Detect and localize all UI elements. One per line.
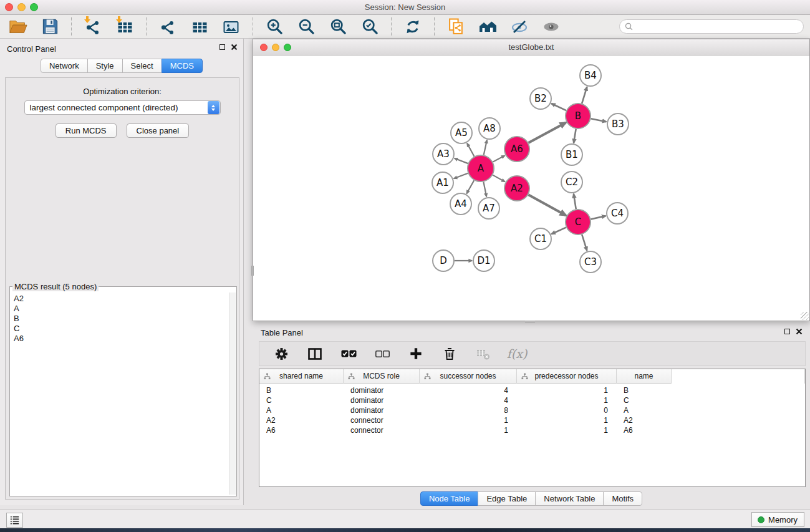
- result-item[interactable]: A: [11, 304, 228, 314]
- export-image-button[interactable]: [221, 17, 242, 37]
- table-cell[interactable]: 1: [517, 395, 617, 405]
- graph-edge-C-C1[interactable]: [551, 228, 566, 235]
- table-cell[interactable]: dominator: [344, 395, 420, 405]
- graph-edge-B-B3[interactable]: [591, 118, 607, 122]
- tab-mcds[interactable]: MCDS: [162, 59, 203, 73]
- result-item[interactable]: B: [11, 314, 228, 324]
- graph-edge-A2-C[interactable]: [528, 195, 566, 215]
- table-cell[interactable]: 1: [517, 385, 617, 395]
- table-cell[interactable]: 0: [517, 405, 617, 415]
- graph-edge-A-A2[interactable]: [493, 175, 504, 182]
- table-row[interactable]: Bdominator41B: [259, 385, 805, 395]
- task-history-button[interactable]: [6, 513, 23, 528]
- column-header[interactable]: MCDS role: [344, 369, 420, 384]
- table-cell[interactable]: A6: [259, 425, 344, 435]
- table-row[interactable]: A6connector11A6: [259, 425, 805, 435]
- table-cell[interactable]: 8: [420, 405, 517, 415]
- tab-network[interactable]: Network: [41, 59, 88, 73]
- tab-network-table[interactable]: Network Table: [535, 491, 604, 506]
- tab-node-table[interactable]: Node Table: [420, 491, 479, 506]
- zoom-fit-button[interactable]: [327, 17, 349, 37]
- run-mcds-button[interactable]: Run MCDS: [55, 123, 117, 138]
- table-cell[interactable]: A: [617, 405, 672, 415]
- float-panel-icon[interactable]: [784, 329, 790, 334]
- first-neighbors-button[interactable]: [445, 17, 466, 37]
- table-cell[interactable]: A: [259, 405, 344, 415]
- hide-selected-button[interactable]: [509, 17, 530, 37]
- table-cell[interactable]: C: [617, 395, 672, 405]
- table-cell[interactable]: B: [259, 385, 344, 395]
- result-item[interactable]: C: [11, 324, 228, 334]
- graph-edge-A-A4[interactable]: [466, 180, 474, 193]
- table-cell[interactable]: dominator: [344, 405, 420, 415]
- splitter-handle-vertical[interactable]: [251, 266, 254, 276]
- table-row[interactable]: Cdominator41C: [259, 395, 805, 405]
- graph-edge-A-A6[interactable]: [493, 155, 504, 162]
- table-settings-button[interactable]: [272, 345, 290, 362]
- table-cell[interactable]: 1: [517, 425, 617, 435]
- column-header[interactable]: successor nodes: [420, 369, 517, 384]
- search-input[interactable]: [633, 22, 803, 31]
- criterion-dropdown[interactable]: largest connected component (directed): [24, 100, 221, 115]
- table-row[interactable]: Adominator80A: [259, 405, 805, 415]
- graph-edge-A-A8[interactable]: [484, 140, 487, 155]
- table-cell[interactable]: C: [259, 395, 344, 405]
- graph-edge-B-B2[interactable]: [551, 104, 566, 110]
- create-column-button[interactable]: [407, 345, 425, 362]
- refresh-view-button[interactable]: [402, 17, 423, 37]
- graph-edge-A-A3[interactable]: [455, 158, 468, 163]
- table-cell[interactable]: connector: [344, 415, 420, 425]
- column-header[interactable]: name: [617, 369, 672, 384]
- tab-edge-table[interactable]: Edge Table: [478, 491, 536, 506]
- close-panel-icon[interactable]: [796, 328, 803, 335]
- graph-edge-B-B4[interactable]: [582, 87, 587, 104]
- network-canvas[interactable]: B4B2BB3A8A5A6A3B1AC2A1A2A4A7C4CC1C3DD1: [253, 56, 809, 321]
- table-cell[interactable]: 1: [420, 415, 517, 425]
- table-cell[interactable]: A6: [617, 425, 672, 435]
- table-cell[interactable]: B: [617, 385, 672, 395]
- tab-style[interactable]: Style: [87, 59, 123, 73]
- graph-edge-C-C3[interactable]: [582, 235, 587, 251]
- table-cell[interactable]: dominator: [344, 385, 420, 395]
- zoom-out-button[interactable]: [296, 17, 317, 37]
- tab-select[interactable]: Select: [122, 59, 162, 73]
- show-hidden-button[interactable]: [541, 17, 562, 37]
- table-cell[interactable]: A2: [617, 415, 672, 425]
- graph-edge-B-B1[interactable]: [574, 129, 576, 143]
- graph-edge-A6-B[interactable]: [528, 122, 566, 143]
- result-scrollbar[interactable]: [229, 293, 236, 495]
- result-item[interactable]: A2: [11, 294, 228, 304]
- toggle-column-view-button[interactable]: [306, 345, 324, 362]
- memory-button[interactable]: Memory: [751, 512, 804, 527]
- graph-edge-A-A1[interactable]: [454, 173, 468, 179]
- table-cell[interactable]: 1: [420, 425, 517, 435]
- column-header[interactable]: shared name: [259, 369, 344, 384]
- delete-columns-button[interactable]: [441, 345, 458, 362]
- delete-table-button[interactable]: [475, 345, 492, 362]
- select-all-columns-button[interactable]: [340, 345, 357, 362]
- graph-edge-C-C2[interactable]: [574, 194, 576, 209]
- table-row[interactable]: A2connector11A2: [259, 415, 805, 425]
- show-all-button[interactable]: [477, 17, 498, 37]
- result-item[interactable]: A6: [11, 334, 228, 344]
- network-graph[interactable]: B4B2BB3A8A5A6A3B1AC2A1A2A4A7C4CC1C3DD1: [253, 56, 809, 321]
- function-builder-button[interactable]: f(x): [508, 345, 526, 362]
- zoom-in-button[interactable]: [264, 17, 285, 37]
- resize-grip-icon[interactable]: [801, 312, 809, 320]
- unselect-all-columns-button[interactable]: [374, 345, 391, 362]
- close-panel-button[interactable]: Close panel: [127, 123, 190, 138]
- zoom-selected-button[interactable]: [359, 17, 380, 37]
- graph-edge-A-A5[interactable]: [467, 143, 474, 157]
- table-cell[interactable]: 4: [420, 395, 517, 405]
- table-cell[interactable]: connector: [344, 425, 420, 435]
- graph-edge-C-C4[interactable]: [591, 216, 605, 219]
- tab-motifs[interactable]: Motifs: [603, 491, 642, 506]
- table-cell[interactable]: 4: [420, 385, 517, 395]
- table-cell[interactable]: 1: [517, 415, 617, 425]
- graph-edge-A-A7[interactable]: [483, 182, 486, 197]
- table-cell[interactable]: A2: [259, 415, 344, 425]
- float-panel-icon[interactable]: [219, 44, 225, 50]
- column-header[interactable]: predecessor nodes: [517, 369, 617, 384]
- close-panel-icon[interactable]: [231, 44, 238, 51]
- graph-node-label: D1: [477, 255, 490, 266]
